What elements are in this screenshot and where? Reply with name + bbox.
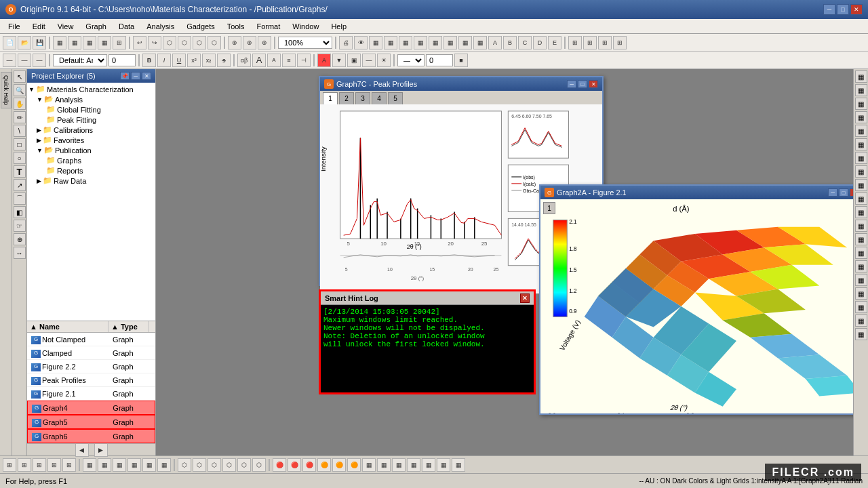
- pe-minimize-btn[interactable]: ─: [131, 72, 140, 80]
- tree-favorites[interactable]: ▶ 📁 Favorites: [27, 135, 155, 145]
- bt29[interactable]: ▦: [437, 458, 450, 472]
- tb8[interactable]: ⬡: [163, 36, 176, 49]
- tree-rawdata[interactable]: ▶ 📁 Raw Data: [27, 176, 155, 186]
- pointer-tool[interactable]: ↖: [14, 70, 26, 83]
- bold-btn[interactable]: B: [142, 54, 156, 67]
- zoom-tool[interactable]: 🔍: [14, 84, 26, 96]
- tb29[interactable]: E: [548, 36, 561, 49]
- graph2a-maximize[interactable]: □: [839, 188, 848, 197]
- tb26[interactable]: B: [503, 36, 517, 49]
- rt19[interactable]: ▦: [855, 314, 867, 327]
- tb4[interactable]: ▦: [98, 36, 111, 49]
- new-btn[interactable]: 📄: [3, 36, 16, 49]
- bt4[interactable]: ⊞: [47, 458, 61, 472]
- line-style-select[interactable]: —: [397, 54, 425, 66]
- rt6[interactable]: ▦: [855, 138, 867, 150]
- tb17[interactable]: ▦: [369, 36, 382, 49]
- tb14[interactable]: ⊕: [258, 36, 271, 49]
- graph7c-tab4[interactable]: 4: [372, 92, 387, 104]
- graph7c-tab3[interactable]: 3: [355, 92, 370, 104]
- bt15[interactable]: ⬡: [222, 458, 236, 472]
- hand-tool[interactable]: ☞: [14, 220, 26, 232]
- graph7c-tab2[interactable]: 2: [339, 92, 354, 104]
- tb24[interactable]: ▦: [473, 36, 487, 49]
- bt24[interactable]: ▦: [362, 458, 376, 472]
- col-type[interactable]: ▲ Type: [108, 321, 149, 332]
- menu-item-format[interactable]: Format: [251, 21, 285, 32]
- bt14[interactable]: ⬡: [208, 458, 221, 472]
- nav-left[interactable]: ◀: [75, 443, 89, 457]
- small-a-btn[interactable]: A: [267, 54, 281, 67]
- tb9[interactable]: ⬡: [178, 36, 191, 49]
- zoom-select[interactable]: 100%: [278, 37, 332, 49]
- pe-pin-btn[interactable]: 📌: [120, 72, 130, 80]
- bt8[interactable]: ▦: [113, 458, 126, 472]
- bt27[interactable]: ▦: [407, 458, 420, 472]
- tb31[interactable]: ⊞: [583, 36, 597, 49]
- rt11[interactable]: ▦: [855, 206, 867, 218]
- close-button[interactable]: ✕: [850, 4, 863, 15]
- menu-item-data[interactable]: Data: [113, 21, 140, 32]
- tb11[interactable]: ⬡: [208, 36, 221, 49]
- arrow-tool[interactable]: ↗: [14, 179, 26, 191]
- italic-btn[interactable]: I: [157, 54, 171, 67]
- font-size-input[interactable]: [108, 54, 136, 66]
- bt23[interactable]: 🟠: [347, 458, 361, 472]
- bt18[interactable]: 🔴: [273, 458, 286, 472]
- graph7c-close[interactable]: ✕: [589, 80, 598, 88]
- rt8[interactable]: ▦: [855, 165, 867, 178]
- tb27[interactable]: C: [518, 36, 532, 49]
- line-tool[interactable]: \: [14, 125, 26, 137]
- bt10[interactable]: ▦: [142, 458, 156, 472]
- rt9[interactable]: ▦: [855, 179, 867, 191]
- tb18[interactable]: ▦: [384, 36, 397, 49]
- menu-item-analysis[interactable]: Analysis: [141, 21, 180, 32]
- bt12[interactable]: ⬡: [178, 458, 191, 472]
- bt26[interactable]: ▦: [392, 458, 406, 472]
- rt16[interactable]: ▦: [855, 274, 867, 286]
- menu-item-help[interactable]: Help: [326, 21, 352, 32]
- menu-item-view[interactable]: View: [52, 21, 79, 32]
- tb6[interactable]: ↩: [133, 36, 146, 49]
- bt13[interactable]: ⬡: [193, 458, 206, 472]
- bt17[interactable]: ⬡: [252, 458, 266, 472]
- strikethrough-btn[interactable]: s̶: [217, 54, 231, 67]
- fmt1[interactable]: —: [3, 54, 16, 67]
- rect-tool[interactable]: □: [14, 138, 26, 150]
- pan-tool[interactable]: ✋: [14, 98, 26, 110]
- draw-tool[interactable]: ✏: [14, 111, 26, 123]
- text-tool[interactable]: T: [14, 165, 26, 178]
- tb23[interactable]: ▦: [458, 36, 472, 49]
- fill-btn[interactable]: ▣: [347, 54, 361, 67]
- graph7c-tab5[interactable]: 5: [388, 92, 403, 104]
- file-row[interactable]: G Peak Profiles Graph: [27, 373, 155, 387]
- bt25[interactable]: ▦: [377, 458, 391, 472]
- scale-tool[interactable]: ↔: [14, 247, 26, 259]
- tb5[interactable]: ⊞: [113, 36, 126, 49]
- tree-root[interactable]: ▼ 📁 Materials Characterization: [27, 84, 155, 94]
- line-width-input[interactable]: [426, 54, 453, 66]
- rt17[interactable]: ▦: [855, 287, 867, 300]
- color2-btn[interactable]: ▼: [332, 54, 346, 67]
- bt28[interactable]: ▦: [422, 458, 435, 472]
- graph7c-titlebar[interactable]: G Graph7C - Peak Profiles ─ □ ✕: [320, 77, 602, 91]
- curve-tool[interactable]: ⌒: [14, 192, 26, 205]
- menu-item-tools[interactable]: Tools: [222, 21, 250, 32]
- file-row[interactable]: G Graph6 Graph: [27, 429, 155, 443]
- quick-help-tab[interactable]: Quick Help: [1, 72, 12, 108]
- border-btn[interactable]: ☀: [377, 54, 391, 67]
- tb20[interactable]: ▦: [414, 36, 427, 49]
- rt5[interactable]: ▦: [855, 125, 867, 137]
- fmt3[interactable]: —: [33, 54, 46, 67]
- tb7[interactable]: ↪: [148, 36, 161, 49]
- bt16[interactable]: ⬡: [237, 458, 251, 472]
- tb13[interactable]: ⊕: [243, 36, 256, 49]
- tree-peak-fitting[interactable]: 📁 Peak Fitting: [27, 115, 155, 125]
- bt2[interactable]: ⊞: [18, 458, 31, 472]
- maximize-button[interactable]: □: [837, 4, 849, 15]
- alpha-btn[interactable]: αβ: [237, 54, 251, 67]
- bt6[interactable]: ▦: [83, 458, 96, 472]
- rt10[interactable]: ▦: [855, 192, 867, 205]
- minimize-button[interactable]: ─: [823, 4, 835, 15]
- super-btn[interactable]: x²: [187, 54, 201, 67]
